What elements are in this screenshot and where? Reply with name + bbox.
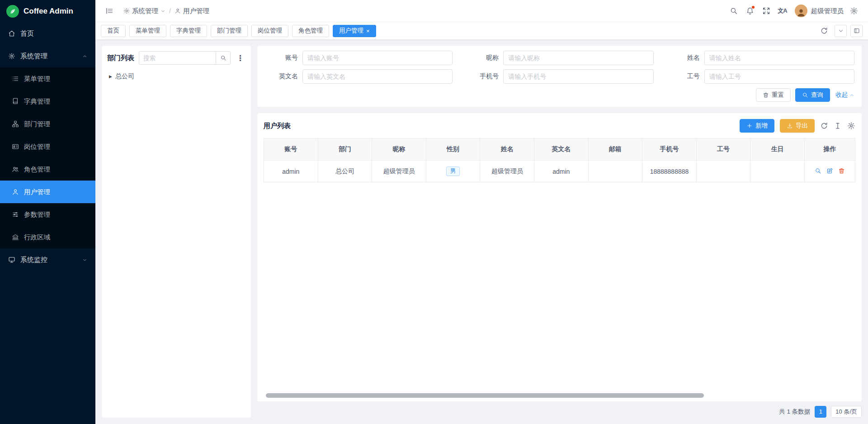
- sidebar-item-user-mgmt[interactable]: 用户管理: [0, 181, 95, 203]
- download-icon: [787, 123, 793, 129]
- sliders-icon: [12, 211, 19, 218]
- work-id-input[interactable]: [704, 69, 854, 84]
- sidebar-item-region-mgmt[interactable]: 行政区域: [0, 226, 95, 248]
- reset-label: 重置: [772, 91, 784, 99]
- top-header: 系统管理 / 用户管理: [95, 0, 868, 22]
- department-panel-title: 部门列表: [107, 54, 134, 62]
- current-user-name[interactable]: 超级管理员: [810, 7, 845, 15]
- horizontal-scrollbar[interactable]: [264, 393, 855, 398]
- tab-dict-mgmt[interactable]: 字典管理: [170, 25, 207, 37]
- col-phone: 手机号: [642, 138, 697, 161]
- chevron-down-icon: [160, 9, 165, 14]
- export-button[interactable]: 导出: [780, 119, 815, 133]
- cell-work-id: [696, 161, 750, 182]
- sidebar-item-label: 岗位管理: [24, 143, 50, 151]
- field-phone: 手机号: [464, 69, 653, 84]
- refresh-tabs-button[interactable]: [817, 24, 831, 38]
- tab-home[interactable]: 首页: [101, 25, 126, 37]
- nickname-input[interactable]: [503, 51, 653, 65]
- user-list-card: 用户列表 新增 导出: [257, 113, 862, 401]
- name-input[interactable]: [704, 51, 854, 65]
- sidebar-item-menu-mgmt[interactable]: 菜单管理: [0, 67, 95, 90]
- sidebar-item-role-mgmt[interactable]: 角色管理: [0, 158, 95, 181]
- notifications-button[interactable]: [743, 4, 757, 18]
- tab-label: 角色管理: [298, 27, 323, 35]
- sidebar-item-home[interactable]: 首页: [0, 22, 95, 45]
- cell-actions: [805, 161, 855, 182]
- settings-button[interactable]: [847, 4, 861, 18]
- delete-user-icon[interactable]: [838, 167, 845, 174]
- field-label: 工号: [665, 72, 704, 81]
- fullscreen-button[interactable]: [760, 4, 773, 18]
- sidebar-item-label: 系统监控: [20, 256, 47, 264]
- tabs-dropdown-button[interactable]: [835, 25, 847, 37]
- table-toolbar: 新增 导出: [740, 119, 855, 133]
- page-1-button[interactable]: 1: [815, 406, 826, 418]
- field-label: 账号: [264, 54, 302, 62]
- col-actions: 操作: [805, 138, 855, 161]
- breadcrumb-item-user-mgmt[interactable]: 用户管理: [175, 7, 209, 15]
- phone-input[interactable]: [503, 69, 653, 84]
- people-icon: [12, 166, 19, 173]
- view-user-icon[interactable]: [815, 167, 821, 174]
- collapse-label: 收起: [835, 91, 848, 99]
- column-settings-icon[interactable]: [834, 122, 842, 130]
- cell-phone: 18888888888: [642, 161, 697, 182]
- sidebar-item-label: 部门管理: [24, 120, 50, 129]
- refresh-icon: [820, 27, 828, 35]
- breadcrumb-label: 系统管理: [132, 7, 158, 15]
- avatar[interactable]: [795, 5, 807, 17]
- field-work-id: 工号: [665, 69, 854, 84]
- tab-dept-mgmt[interactable]: 部门管理: [211, 25, 248, 37]
- tab-post-mgmt[interactable]: 岗位管理: [251, 25, 288, 37]
- tab-user-mgmt[interactable]: 用户管理 ×: [333, 25, 376, 37]
- dept-search-input[interactable]: [139, 51, 216, 65]
- add-user-button[interactable]: 新增: [740, 119, 774, 133]
- tab-menu-mgmt[interactable]: 菜单管理: [129, 25, 166, 37]
- edit-user-icon[interactable]: [826, 167, 833, 174]
- user-list-title: 用户列表: [264, 122, 291, 130]
- dept-search-button[interactable]: [216, 51, 231, 65]
- query-label: 查询: [811, 91, 823, 99]
- header-search-button[interactable]: [727, 4, 741, 18]
- sidebar-collapse-button[interactable]: [103, 4, 116, 18]
- app-root: Coffee Admin 首页 系统管理 菜单管理 字典管理: [0, 0, 868, 424]
- department-panel: 部门列表 ⋮ ▶ 总公司: [102, 46, 251, 418]
- layout-toggle-button[interactable]: [850, 25, 863, 37]
- user-table: 账号 部门 昵称 性别 姓名 英文名 邮箱 手机号 工号 生日 操作: [264, 138, 855, 182]
- page-size-select[interactable]: 10 条/页: [831, 406, 862, 418]
- refresh-table-icon[interactable]: [820, 122, 828, 130]
- export-label: 导出: [796, 122, 808, 130]
- query-button[interactable]: 查询: [795, 88, 830, 102]
- sidebar-item-system[interactable]: 系统管理: [0, 45, 95, 67]
- tab-label: 部门管理: [217, 27, 241, 35]
- user-management-main: 账号 昵称 姓名 英文名: [257, 46, 862, 418]
- tab-label: 菜单管理: [136, 27, 160, 35]
- collapse-toggle[interactable]: 收起: [835, 91, 854, 99]
- more-options-icon[interactable]: ⋮: [235, 53, 245, 63]
- sidebar-item-monitor[interactable]: 系统监控: [0, 248, 95, 271]
- tree-caret-icon[interactable]: ▶: [109, 74, 112, 79]
- main-area: 系统管理 / 用户管理: [95, 0, 868, 424]
- sidebar-item-dict-mgmt[interactable]: 字典管理: [0, 90, 95, 113]
- col-name: 姓名: [480, 138, 534, 161]
- cell-en-name: admin: [534, 161, 588, 182]
- tab-role-mgmt[interactable]: 角色管理: [292, 25, 329, 37]
- table-header-row: 账号 部门 昵称 性别 姓名 英文名 邮箱 手机号 工号 生日 操作: [264, 138, 855, 161]
- gear-icon: [850, 7, 858, 15]
- scrollbar-thumb[interactable]: [266, 393, 704, 398]
- en-name-input[interactable]: [302, 69, 453, 84]
- sidebar-item-post-mgmt[interactable]: 岗位管理: [0, 135, 95, 158]
- sidebar-item-dept-mgmt[interactable]: 部门管理: [0, 113, 95, 135]
- page-size-value: 10 条/页: [835, 408, 857, 416]
- close-icon[interactable]: ×: [366, 28, 370, 34]
- account-input[interactable]: [302, 51, 453, 65]
- breadcrumb-item-system[interactable]: 系统管理: [123, 7, 165, 15]
- tab-label: 首页: [107, 27, 119, 35]
- tree-node-head-office[interactable]: ▶ 总公司: [107, 71, 245, 82]
- translate-button[interactable]: 文A: [776, 4, 789, 18]
- sidebar-item-param-mgmt[interactable]: 参数管理: [0, 203, 95, 226]
- sidebar-item-label: 行政区域: [24, 233, 50, 242]
- reset-button[interactable]: 重置: [756, 88, 791, 102]
- table-gear-icon[interactable]: [847, 122, 855, 130]
